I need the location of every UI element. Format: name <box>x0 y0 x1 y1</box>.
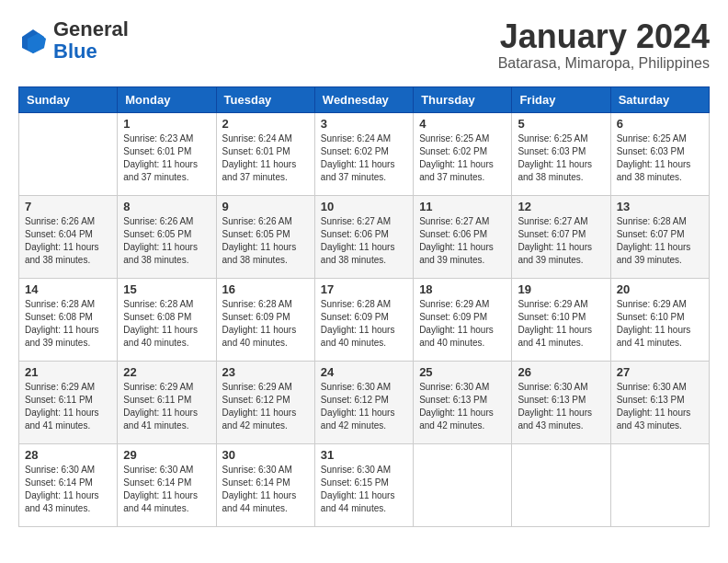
header-thursday: Thursday <box>414 86 512 112</box>
logo-general: General <box>53 17 129 40</box>
day-detail: Sunrise: 6:30 AMSunset: 6:14 PMDaylight:… <box>222 464 309 515</box>
day-number: 22 <box>123 365 210 379</box>
day-number: 25 <box>419 365 506 379</box>
day-number: 2 <box>222 117 309 131</box>
day-cell: 30Sunrise: 6:30 AMSunset: 6:14 PMDayligh… <box>216 443 314 526</box>
day-detail: Sunrise: 6:29 AMSunset: 6:12 PMDaylight:… <box>222 381 309 432</box>
day-number: 20 <box>617 282 703 296</box>
day-cell: 13Sunrise: 6:28 AMSunset: 6:07 PMDayligh… <box>610 195 709 278</box>
day-detail: Sunrise: 6:28 AMSunset: 6:07 PMDaylight:… <box>617 215 703 267</box>
day-number: 16 <box>222 282 309 296</box>
day-number: 26 <box>518 365 604 379</box>
day-cell: 2Sunrise: 6:24 AMSunset: 6:01 PMDaylight… <box>216 112 314 195</box>
day-cell: 28Sunrise: 6:30 AMSunset: 6:14 PMDayligh… <box>19 443 118 526</box>
day-number: 5 <box>518 117 604 131</box>
day-number: 27 <box>617 365 703 379</box>
day-detail: Sunrise: 6:24 AMSunset: 6:02 PMDaylight:… <box>321 132 407 184</box>
week-row-0: 1Sunrise: 6:23 AMSunset: 6:01 PMDaylight… <box>19 112 710 195</box>
day-cell: 11Sunrise: 6:27 AMSunset: 6:06 PMDayligh… <box>414 195 512 278</box>
day-detail: Sunrise: 6:27 AMSunset: 6:06 PMDaylight:… <box>419 215 506 267</box>
day-number: 3 <box>321 117 407 131</box>
day-cell: 17Sunrise: 6:28 AMSunset: 6:09 PMDayligh… <box>314 278 413 361</box>
day-detail: Sunrise: 6:30 AMSunset: 6:12 PMDaylight:… <box>321 381 407 432</box>
day-cell: 31Sunrise: 6:30 AMSunset: 6:15 PMDayligh… <box>314 443 413 526</box>
day-detail: Sunrise: 6:30 AMSunset: 6:14 PMDaylight:… <box>25 464 111 515</box>
day-cell: 9Sunrise: 6:26 AMSunset: 6:05 PMDaylight… <box>216 195 314 278</box>
day-number: 24 <box>321 365 407 379</box>
day-detail: Sunrise: 6:23 AMSunset: 6:01 PMDaylight:… <box>123 132 210 184</box>
day-detail: Sunrise: 6:26 AMSunset: 6:05 PMDaylight:… <box>222 215 309 267</box>
day-detail: Sunrise: 6:27 AMSunset: 6:07 PMDaylight:… <box>518 215 604 267</box>
day-detail: Sunrise: 6:25 AMSunset: 6:03 PMDaylight:… <box>518 132 604 184</box>
day-detail: Sunrise: 6:25 AMSunset: 6:02 PMDaylight:… <box>419 132 506 184</box>
day-number: 21 <box>25 365 111 379</box>
day-detail: Sunrise: 6:26 AMSunset: 6:04 PMDaylight:… <box>25 215 111 267</box>
day-number: 29 <box>123 448 210 462</box>
day-cell: 12Sunrise: 6:27 AMSunset: 6:07 PMDayligh… <box>512 195 610 278</box>
header-monday: Monday <box>118 86 216 112</box>
week-row-3: 21Sunrise: 6:29 AMSunset: 6:11 PMDayligh… <box>19 361 710 443</box>
day-cell: 18Sunrise: 6:29 AMSunset: 6:09 PMDayligh… <box>414 278 512 361</box>
day-number: 14 <box>25 282 111 296</box>
day-cell: 29Sunrise: 6:30 AMSunset: 6:14 PMDayligh… <box>118 443 216 526</box>
day-number: 11 <box>419 200 506 213</box>
day-number: 10 <box>321 200 407 213</box>
day-detail: Sunrise: 6:30 AMSunset: 6:13 PMDaylight:… <box>518 381 604 432</box>
location: Batarasa, Mimaropa, Philippines <box>498 55 710 72</box>
header-saturday: Saturday <box>610 86 709 112</box>
day-cell: 6Sunrise: 6:25 AMSunset: 6:03 PMDaylight… <box>610 112 709 195</box>
day-cell: 8Sunrise: 6:26 AMSunset: 6:05 PMDaylight… <box>118 195 216 278</box>
day-cell: 24Sunrise: 6:30 AMSunset: 6:12 PMDayligh… <box>314 361 413 443</box>
week-row-4: 28Sunrise: 6:30 AMSunset: 6:14 PMDayligh… <box>19 443 710 526</box>
day-number: 9 <box>222 200 309 213</box>
day-number: 12 <box>518 200 604 213</box>
day-cell: 4Sunrise: 6:25 AMSunset: 6:02 PMDaylight… <box>414 112 512 195</box>
day-number: 6 <box>617 117 703 131</box>
day-cell: 19Sunrise: 6:29 AMSunset: 6:10 PMDayligh… <box>512 278 610 361</box>
day-detail: Sunrise: 6:29 AMSunset: 6:11 PMDaylight:… <box>123 381 210 432</box>
day-detail: Sunrise: 6:30 AMSunset: 6:13 PMDaylight:… <box>419 381 506 432</box>
day-number: 13 <box>617 200 703 213</box>
header-tuesday: Tuesday <box>216 86 314 112</box>
day-cell: 5Sunrise: 6:25 AMSunset: 6:03 PMDaylight… <box>512 112 610 195</box>
header-row: SundayMondayTuesdayWednesdayThursdayFrid… <box>19 86 710 112</box>
day-detail: Sunrise: 6:28 AMSunset: 6:09 PMDaylight:… <box>222 298 309 350</box>
day-cell: 23Sunrise: 6:29 AMSunset: 6:12 PMDayligh… <box>216 361 314 443</box>
day-cell: 3Sunrise: 6:24 AMSunset: 6:02 PMDaylight… <box>314 112 413 195</box>
logo-text: General Blue <box>53 18 129 63</box>
day-detail: Sunrise: 6:28 AMSunset: 6:08 PMDaylight:… <box>123 298 210 350</box>
day-number: 7 <box>25 200 111 213</box>
day-detail: Sunrise: 6:25 AMSunset: 6:03 PMDaylight:… <box>617 132 703 184</box>
day-cell <box>512 443 610 526</box>
calendar-table: SundayMondayTuesdayWednesdayThursdayFrid… <box>18 86 710 527</box>
day-detail: Sunrise: 6:30 AMSunset: 6:14 PMDaylight:… <box>123 464 210 515</box>
day-cell: 21Sunrise: 6:29 AMSunset: 6:11 PMDayligh… <box>19 361 118 443</box>
day-detail: Sunrise: 6:28 AMSunset: 6:08 PMDaylight:… <box>25 298 111 350</box>
week-row-1: 7Sunrise: 6:26 AMSunset: 6:04 PMDaylight… <box>19 195 710 278</box>
day-cell: 7Sunrise: 6:26 AMSunset: 6:04 PMDaylight… <box>19 195 118 278</box>
day-detail: Sunrise: 6:30 AMSunset: 6:13 PMDaylight:… <box>617 381 703 432</box>
header-friday: Friday <box>512 86 610 112</box>
day-detail: Sunrise: 6:29 AMSunset: 6:10 PMDaylight:… <box>617 298 703 350</box>
month-title: January 2024 <box>498 18 710 55</box>
day-number: 28 <box>25 448 111 462</box>
day-number: 18 <box>419 282 506 296</box>
page-header: General Blue January 2024 Batarasa, Mima… <box>18 18 710 72</box>
day-number: 8 <box>123 200 210 213</box>
day-cell: 26Sunrise: 6:30 AMSunset: 6:13 PMDayligh… <box>512 361 610 443</box>
day-detail: Sunrise: 6:29 AMSunset: 6:11 PMDaylight:… <box>25 381 111 432</box>
day-number: 17 <box>321 282 407 296</box>
day-cell <box>19 112 118 195</box>
day-number: 23 <box>222 365 309 379</box>
day-cell: 16Sunrise: 6:28 AMSunset: 6:09 PMDayligh… <box>216 278 314 361</box>
day-detail: Sunrise: 6:27 AMSunset: 6:06 PMDaylight:… <box>321 215 407 267</box>
day-detail: Sunrise: 6:28 AMSunset: 6:09 PMDaylight:… <box>321 298 407 350</box>
day-detail: Sunrise: 6:30 AMSunset: 6:15 PMDaylight:… <box>321 464 407 515</box>
day-cell <box>414 443 512 526</box>
day-cell: 25Sunrise: 6:30 AMSunset: 6:13 PMDayligh… <box>414 361 512 443</box>
logo-blue: Blue <box>53 40 97 63</box>
day-cell: 14Sunrise: 6:28 AMSunset: 6:08 PMDayligh… <box>19 278 118 361</box>
day-number: 30 <box>222 448 309 462</box>
week-row-2: 14Sunrise: 6:28 AMSunset: 6:08 PMDayligh… <box>19 278 710 361</box>
header-sunday: Sunday <box>19 86 118 112</box>
